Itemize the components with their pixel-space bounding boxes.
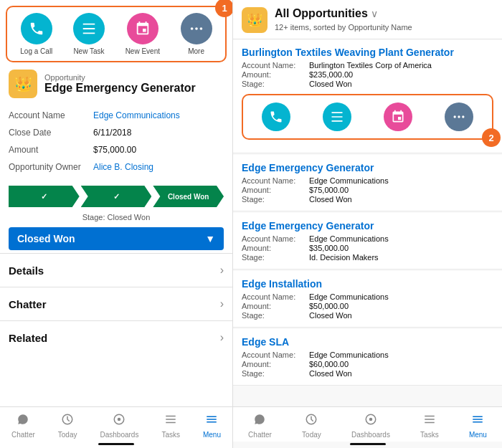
item-fields: Account Name: Burlington Textiles Corp o…: [242, 61, 493, 88]
right-nav-tasks[interactable]: Tasks: [420, 413, 439, 439]
svg-point-8: [462, 115, 464, 118]
right-nav-menu-label: Menu: [469, 431, 487, 439]
right-panel: 👑 All Opportunities ∨ 12+ items, sorted …: [233, 0, 502, 448]
right-title: All Opportunities: [275, 7, 368, 20]
item-name-burlington[interactable]: Burlington Textiles Weaving Plant Genera…: [242, 47, 493, 58]
right-nav-menu[interactable]: Menu: [469, 413, 487, 439]
left-panel: Log a Call New Task New Event More 1 👑 O…: [0, 0, 233, 448]
log-a-call-label: Log a Call: [20, 47, 52, 55]
new-event-label: New Event: [126, 47, 160, 55]
item-name-edge-sla[interactable]: Edge SLA: [242, 336, 493, 348]
today-nav-icon: [61, 413, 74, 429]
more-button[interactable]: More: [181, 13, 212, 55]
svg-point-1: [195, 27, 198, 30]
opportunity-icon: 👑: [9, 70, 37, 98]
stage-dropdown-label: Closed Won: [17, 233, 75, 244]
field-amount: Amount $75,000.00: [9, 141, 224, 158]
related-label: Related: [9, 332, 47, 344]
left-bottom-nav: Chatter Today Dashboards Tasks Menu: [0, 406, 232, 442]
menu-nav-icon: [205, 413, 218, 429]
right-today-icon: [305, 413, 318, 429]
item-name-edge-install[interactable]: Edge Installation: [242, 278, 493, 290]
stage-path: ✓ ✓ Closed Won: [9, 186, 224, 207]
right-nav-dashboards-label: Dashboards: [351, 431, 390, 439]
field-value-owner[interactable]: Alice B. Closing: [93, 162, 153, 172]
nav-chatter-label: Chatter: [11, 431, 35, 439]
new-task-label: New Task: [73, 47, 104, 55]
log-a-call-icon: [21, 13, 52, 44]
stage-dropdown[interactable]: Closed Won ▼: [9, 227, 224, 250]
new-task-icon: [73, 13, 105, 44]
right-quick-actions: 2: [242, 94, 493, 140]
list-item: Edge SLA Account Name: Edge Communicatio…: [233, 329, 502, 386]
right-log-call-button[interactable]: [262, 103, 290, 131]
right-nav-dashboards[interactable]: Dashboards: [351, 413, 390, 439]
stage-step-2[interactable]: ✓: [81, 186, 152, 207]
right-nav-chatter-label: Chatter: [248, 431, 272, 439]
field-account-name: Account Name Edge Communications: [9, 107, 224, 124]
item-name-edge-gen-2[interactable]: Edge Emergency Generator: [242, 220, 493, 232]
chatter-accordion[interactable]: Chatter ›: [0, 287, 232, 320]
field-value-account[interactable]: Edge Communications: [93, 110, 180, 120]
right-bottom-nav: Chatter Today Dashboards Tasks Menu: [233, 406, 502, 442]
log-a-call-button[interactable]: Log a Call: [20, 13, 52, 55]
field-label-owner: Opportunity Owner: [9, 162, 87, 172]
chevron-down-icon: ▼: [205, 233, 215, 244]
nav-today[interactable]: Today: [58, 413, 77, 439]
svg-point-6: [453, 115, 455, 118]
svg-point-0: [190, 27, 193, 30]
field-label-close-date: Close Date: [9, 128, 87, 138]
right-tasks-icon: [423, 413, 436, 429]
right-more-button[interactable]: [445, 103, 473, 131]
field-value-amount: $75,000.00: [93, 145, 136, 155]
svg-point-7: [458, 115, 460, 118]
svg-point-5: [118, 418, 121, 421]
nav-tasks-label: Tasks: [161, 431, 180, 439]
right-nav-today[interactable]: Today: [302, 413, 321, 439]
right-actions-badge: 2: [482, 128, 501, 147]
right-header-icon: 👑: [242, 7, 267, 33]
fields-section: Account Name Edge Communications Close D…: [0, 101, 232, 181]
right-dashboards-icon: [364, 413, 377, 429]
quick-actions-bar: Log a Call New Task New Event More 1: [6, 6, 227, 62]
new-task-button[interactable]: New Task: [73, 13, 105, 55]
new-event-icon: [127, 13, 158, 44]
field-close-date: Close Date 6/11/2018: [9, 124, 224, 141]
field-owner: Opportunity Owner Alice B. Closing: [9, 158, 224, 176]
right-nav-tasks-label: Tasks: [420, 431, 439, 439]
record-name: Edge Emergency Generator: [44, 82, 196, 95]
chatter-nav-icon: [16, 413, 29, 429]
stage-step-closed-won[interactable]: Closed Won: [153, 186, 224, 207]
stage-label: Stage: Closed Won: [9, 213, 224, 221]
list-item: Edge Installation Account Name: Edge Com…: [233, 271, 502, 328]
nav-today-label: Today: [58, 431, 77, 439]
item-name-edge-gen-1[interactable]: Edge Emergency Generator: [242, 162, 493, 173]
nav-chatter[interactable]: Chatter: [11, 413, 35, 439]
nav-dashboards[interactable]: Dashboards: [100, 413, 138, 439]
right-menu-icon: [471, 413, 484, 429]
more-label: More: [188, 47, 204, 55]
opportunity-list: Burlington Textiles Weaving Plant Genera…: [233, 39, 502, 406]
details-chevron-icon: ›: [220, 264, 224, 277]
list-item: Burlington Textiles Weaving Plant Genera…: [233, 39, 502, 153]
stage-step-1[interactable]: ✓: [9, 186, 80, 207]
right-header-info: All Opportunities ∨ 12+ items, sorted by…: [275, 7, 493, 33]
right-nav-today-label: Today: [302, 431, 321, 439]
svg-point-11: [369, 418, 373, 421]
nav-menu[interactable]: Menu: [203, 413, 221, 439]
field-value-close-date: 6/11/2018: [93, 128, 131, 138]
details-accordion[interactable]: Details ›: [0, 253, 232, 287]
right-new-event-button[interactable]: [384, 103, 412, 131]
nav-tasks[interactable]: Tasks: [161, 413, 180, 439]
right-nav-chatter[interactable]: Chatter: [248, 413, 272, 439]
item-fields: Account Name: Edge Communications Amount…: [242, 176, 493, 204]
svg-point-2: [199, 27, 202, 30]
right-new-task-button[interactable]: [323, 103, 351, 131]
new-event-button[interactable]: New Event: [126, 13, 160, 55]
related-accordion[interactable]: Related ›: [0, 320, 232, 354]
chatter-label: Chatter: [9, 298, 47, 310]
right-header: 👑 All Opportunities ∨ 12+ items, sorted …: [233, 0, 502, 39]
accordion: Details › Chatter › Related ›: [0, 253, 232, 354]
item-fields: Account Name: Edge Communications Amount…: [242, 351, 493, 378]
chatter-chevron-icon: ›: [220, 297, 224, 310]
